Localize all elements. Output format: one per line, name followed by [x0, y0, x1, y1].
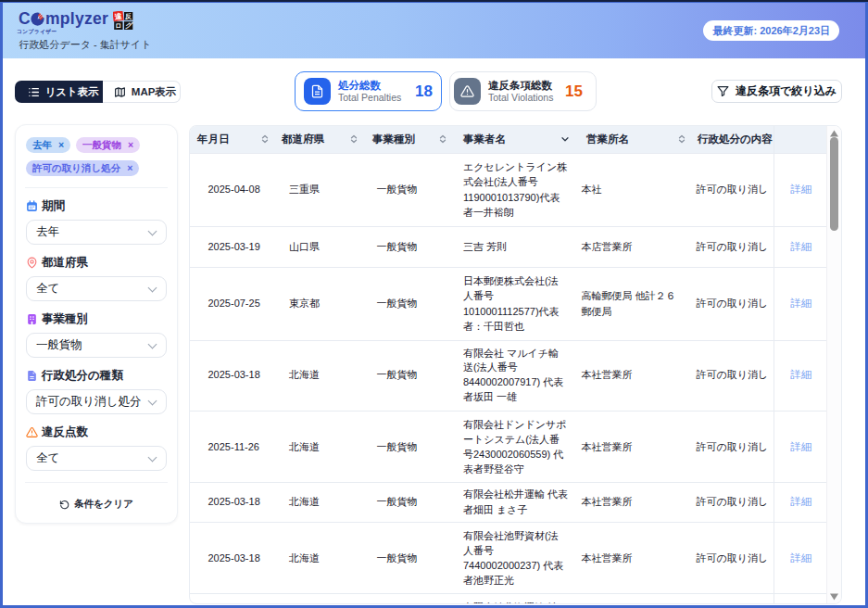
svg-text:反: 反 [124, 12, 132, 20]
svg-text:違: 違 [113, 11, 122, 21]
svg-text:ロ: ロ [115, 22, 121, 29]
